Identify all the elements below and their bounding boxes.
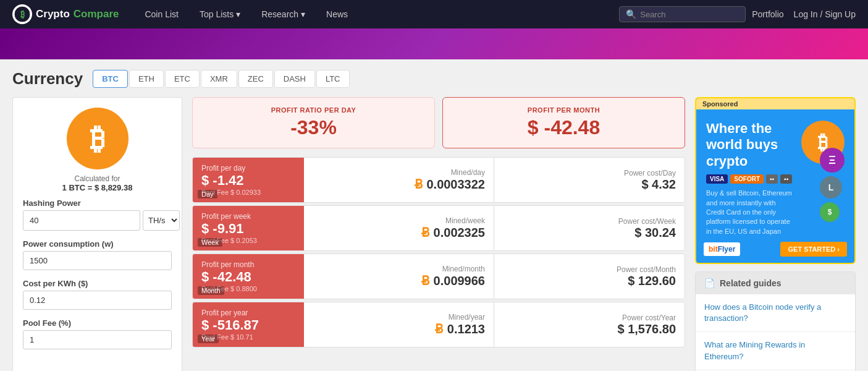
mining-row: Profit per month $ -42.48 Pool Fee $ 0.8…: [192, 254, 685, 299]
calc-label: Calculated for: [74, 174, 120, 183]
search-input[interactable]: [640, 10, 739, 19]
mining-rows: Profit per day $ -1.42 Pool Fee $ 0.0293…: [192, 157, 685, 348]
tab-eth[interactable]: ETH: [129, 70, 164, 88]
mining-cell-left: Profit per month $ -42.48 Pool Fee $ 0.8…: [193, 254, 304, 299]
power-value: $ 30.24: [634, 226, 676, 240]
hashing-power-input[interactable]: [23, 210, 140, 231]
pool-fee-input[interactable]: [23, 330, 172, 349]
center-panel: PROFIT RATIO PER DAY -33% PROFIT PER MON…: [192, 97, 685, 371]
mining-cell-right: Power cost/Day $ 4.32: [494, 158, 685, 202]
mining-cell-mid: Mined/year Ƀ 0.1213: [304, 302, 494, 347]
tab-xmr[interactable]: XMR: [201, 70, 237, 88]
calc-value: 1 BTC = $ 8,829.38: [62, 183, 133, 192]
hashing-power-input-row: TH/s GH/s: [23, 210, 172, 231]
sponsored-badge: Sponsored: [696, 98, 854, 109]
right-panel: Sponsored Where the world buys crypto VI…: [695, 97, 856, 371]
power-label: Power cost/Month: [617, 265, 676, 274]
auth-link[interactable]: Log In / Sign Up: [794, 9, 856, 19]
ad-box: Sponsored Where the world buys crypto VI…: [695, 97, 856, 264]
payment-icon-3: ▪▪: [766, 174, 778, 184]
get-started-button[interactable]: GET STARTED ›: [780, 242, 847, 257]
pool-fee-label: Pool Fee (%): [23, 318, 172, 328]
mined-label: Mined/month: [442, 265, 485, 273]
hashing-power-label: Hashing Power: [23, 198, 172, 208]
main-row: ₿ Calculated for 1 BTC = $ 8,829.38 Hash…: [12, 97, 856, 371]
payment-icon-4: ▪▪: [780, 174, 792, 184]
nav-news[interactable]: News: [319, 9, 355, 19]
tab-dash[interactable]: DASH: [274, 70, 315, 88]
nav-top-lists[interactable]: Top Lists ▾: [192, 9, 248, 19]
hashing-power-group: Hashing Power TH/s GH/s: [23, 198, 172, 231]
power-consumption-group: Power consumption (w): [23, 239, 172, 270]
page-title: Currency: [12, 69, 83, 88]
ad-text-block: Where the world buys crypto VISA SOFORT …: [706, 121, 795, 236]
profit-monthly-value: $ -42.48: [455, 116, 672, 139]
power-label: Power cost/Year: [622, 313, 676, 322]
profit-value: $ -516.87: [201, 317, 295, 333]
sofort-icon: SOFORT: [730, 174, 764, 184]
profit-label: Profit per week: [201, 212, 295, 221]
mining-cell-mid: Mined/day Ƀ 0.0003322: [304, 158, 494, 202]
mining-cell-left: Profit per week $ -9.91 Pool Fee $ 0.205…: [193, 206, 304, 250]
portfolio-link[interactable]: Portfolio: [752, 9, 783, 19]
banner: [0, 28, 868, 59]
mined-label: Mined/year: [449, 313, 485, 322]
ad-headline: Where the world buys crypto: [706, 121, 795, 169]
profit-label: Profit per year: [201, 309, 295, 317]
navbar: ₿ CryptoCompare Coin List Top Lists ▾ Re…: [0, 0, 868, 28]
profit-label: Profit per day: [201, 164, 295, 173]
logo-text-crypto: Crypto: [36, 8, 70, 20]
mined-label: Mined/day: [451, 168, 485, 177]
logo-text-compare: Compare: [74, 8, 119, 20]
period-label: Day: [198, 190, 217, 198]
guide-item[interactable]: How does a Bitcoin node verify a transac…: [696, 294, 855, 332]
guide-item[interactable]: What are Mining Rewards in Ethereum?: [696, 332, 855, 370]
logo[interactable]: ₿ CryptoCompare: [12, 4, 119, 24]
nav-coin-list[interactable]: Coin List: [137, 9, 185, 19]
mining-row: Profit per week $ -9.91 Pool Fee $ 0.205…: [192, 205, 685, 251]
profit-value: $ -9.91: [201, 221, 295, 237]
profit-ratio-card: PROFIT RATIO PER DAY -33%: [192, 97, 435, 148]
search-icon: 🔍: [626, 9, 636, 19]
left-panel: ₿ Calculated for 1 BTC = $ 8,829.38 Hash…: [12, 97, 182, 371]
mining-cell-mid: Mined/week Ƀ 0.002325: [304, 206, 494, 250]
mining-cell-right: Power cost/Year $ 1,576.80: [494, 302, 685, 347]
power-label: Power cost/Day: [624, 169, 676, 177]
profit-value: $ -42.48: [201, 269, 295, 285]
nav-research[interactable]: Research ▾: [254, 9, 313, 19]
power-value: $ 1,576.80: [617, 322, 676, 336]
related-guides-header: 📄 Related guides: [696, 272, 855, 294]
profit-ratio-value: -33%: [205, 116, 422, 139]
ad-content: Where the world buys crypto VISA SOFORT …: [706, 121, 845, 236]
mining-cell-mid: Mined/month Ƀ 0.009966: [304, 254, 494, 299]
period-label: Month: [198, 286, 224, 295]
mining-cell-right: Power cost/Week $ 30.24: [494, 206, 685, 250]
mining-cell-left: Profit per year $ -516.87 Pool Fee $ 10.…: [193, 302, 304, 347]
profit-monthly-label: PROFIT PER MONTH: [455, 106, 672, 114]
tab-zec[interactable]: ZEC: [238, 70, 273, 88]
mining-cell-right: Power cost/Month $ 129.60: [494, 254, 685, 299]
search-box: 🔍: [619, 6, 746, 22]
mined-value: Ƀ 0.0003322: [415, 177, 485, 192]
hashing-power-unit[interactable]: TH/s GH/s: [143, 210, 180, 231]
guide-list: How does a Bitcoin node verify a transac…: [696, 294, 855, 371]
mined-value: Ƀ 0.009966: [421, 273, 485, 288]
profit-ratio-label: PROFIT RATIO PER DAY: [205, 106, 422, 114]
page-header: Currency BTC ETH ETC XMR ZEC DASH LTC: [12, 69, 856, 88]
cost-kwh-input[interactable]: [23, 291, 172, 310]
profit-monthly-card: PROFIT PER MONTH $ -42.48: [442, 97, 685, 148]
cost-kwh-group: Cost per KWh ($): [23, 279, 172, 310]
nav-right: Portfolio Log In / Sign Up: [752, 9, 856, 19]
tab-ltc[interactable]: LTC: [316, 70, 350, 88]
power-consumption-input[interactable]: [23, 251, 172, 270]
tab-btc[interactable]: BTC: [93, 70, 128, 88]
power-value: $ 4.32: [641, 177, 676, 192]
ad-coin-circle: ₿ Ξ L $: [801, 121, 845, 164]
tab-etc[interactable]: ETC: [165, 70, 200, 88]
visa-icon: VISA: [706, 174, 728, 184]
power-label: Power cost/Week: [618, 217, 676, 226]
cost-kwh-label: Cost per KWh ($): [23, 279, 172, 288]
mined-value: Ƀ 0.002325: [421, 225, 485, 240]
coin-icon: ₿: [67, 108, 129, 169]
currency-tabs: BTC ETH ETC XMR ZEC DASH LTC: [93, 70, 349, 88]
